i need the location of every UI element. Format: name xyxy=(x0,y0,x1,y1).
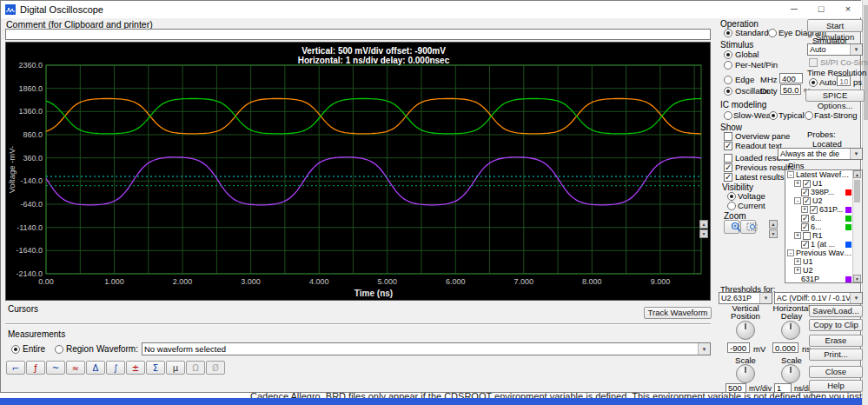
measurement-tool-11[interactable]: Ø xyxy=(206,361,225,375)
thresholds-value-select[interactable]: AC (VDiff: 0.1V / -0.1V) ▼ xyxy=(774,292,863,304)
track-waveform-button[interactable]: Track Waveform xyxy=(644,307,712,319)
spinner-up-icon[interactable]: ▲ xyxy=(769,220,778,229)
voltage-radio[interactable] xyxy=(727,192,736,201)
tree-item[interactable]: -Latest Wavefor... xyxy=(785,170,852,179)
scroll-up-icon[interactable]: ▲ xyxy=(699,220,708,229)
measurement-tool-3[interactable]: ~ xyxy=(46,361,65,375)
tree-expander-icon[interactable]: + xyxy=(794,267,801,274)
located-select[interactable]: Always at the die ▼ xyxy=(778,148,863,160)
horizontal-scale-knob[interactable] xyxy=(781,364,800,383)
horizontal-scale-input[interactable] xyxy=(774,383,792,393)
scope-scrollbar[interactable]: ▲ ▼ xyxy=(699,220,709,239)
tree-checkbox[interactable] xyxy=(801,223,809,231)
scroll-down-icon[interactable]: ▼ xyxy=(853,275,861,282)
title-bar[interactable]: Digital Oscilloscope ─ □ × xyxy=(1,1,860,18)
pins-tree-scroll-thumb[interactable] xyxy=(854,180,860,202)
tree-checkbox[interactable] xyxy=(801,241,809,249)
tree-checkbox[interactable] xyxy=(801,189,809,196)
close-button-icon[interactable]: × xyxy=(835,1,861,17)
measurement-tool-10[interactable]: Ω xyxy=(186,361,205,375)
probes-spinner[interactable]: ▲ ▼ xyxy=(769,220,779,239)
measurement-tool-4[interactable]: ≈ xyxy=(66,361,85,375)
help-button[interactable]: Help xyxy=(809,380,863,392)
measurement-tool-7[interactable]: ± xyxy=(126,361,145,375)
tree-expander-icon[interactable]: + xyxy=(794,232,801,239)
measurement-tool-5[interactable]: Δ xyxy=(86,361,105,375)
waveform-select[interactable]: No waveform selected ▼ xyxy=(142,342,711,355)
current-radio[interactable] xyxy=(727,202,736,210)
tree-item[interactable]: 398P... xyxy=(785,188,852,196)
time-resolution-auto-radio[interactable] xyxy=(809,78,818,87)
vertical-position-knob[interactable] xyxy=(736,321,755,340)
tree-expander-icon[interactable]: + xyxy=(794,180,801,187)
spice-options-button[interactable]: SPICE Options... xyxy=(805,90,865,102)
pins-tree[interactable]: -Latest Wavefor...+U1398P...-U2+631P...6… xyxy=(785,169,863,283)
edge-radio[interactable] xyxy=(724,76,732,84)
measurement-tool-6[interactable]: ∫ xyxy=(106,361,125,375)
scroll-down-icon[interactable]: ▼ xyxy=(699,229,708,238)
tree-item[interactable]: +631P... xyxy=(785,205,852,214)
measurement-tool-8[interactable]: Σ xyxy=(146,361,165,375)
zoom-region-button[interactable] xyxy=(740,220,756,234)
close-button[interactable]: Close xyxy=(809,366,863,378)
zoom-in-button[interactable] xyxy=(724,220,739,234)
tree-item[interactable]: 631P xyxy=(785,275,852,282)
slow-weak-radio[interactable] xyxy=(724,111,732,120)
horizontal-delay-input[interactable] xyxy=(772,342,798,353)
tree-expander-icon[interactable]: - xyxy=(794,197,801,204)
previous-results-checkbox[interactable] xyxy=(724,163,732,172)
simulator-select[interactable]: Auto ▼ xyxy=(807,43,863,56)
tree-expander-icon[interactable]: + xyxy=(794,258,801,265)
tree-item[interactable]: +U1 xyxy=(785,179,852,188)
global-radio[interactable] xyxy=(724,50,732,59)
tree-item[interactable]: +R1 xyxy=(785,231,852,240)
tree-checkbox[interactable] xyxy=(803,180,811,188)
tree-item[interactable]: 1 (at ... xyxy=(785,240,852,249)
measurement-tool-1[interactable]: ⌐ xyxy=(6,361,25,375)
measurement-tool-2[interactable]: ƒ xyxy=(26,361,45,375)
fast-strong-radio[interactable] xyxy=(805,111,813,120)
tree-item[interactable]: -Previous Wave... xyxy=(785,249,852,257)
save-load-button[interactable]: Save/Load... xyxy=(809,305,863,317)
mhz-input[interactable] xyxy=(779,73,803,83)
scope-plot-area[interactable]: 2360.01860.01360.0860.0360.0-140.0-640.0… xyxy=(6,43,710,302)
oscillator-radio[interactable] xyxy=(724,87,732,96)
time-resolution-input[interactable] xyxy=(837,76,851,86)
vertical-position-input[interactable] xyxy=(727,342,750,353)
loaded-results-checkbox[interactable] xyxy=(724,154,732,163)
tree-expander-icon[interactable]: - xyxy=(787,249,794,256)
tree-expander-icon[interactable]: + xyxy=(801,206,808,213)
oscilloscope-display[interactable]: 2360.01860.01360.0860.0360.0-140.0-640.0… xyxy=(5,42,711,301)
standard-radio[interactable] xyxy=(724,29,732,37)
duty-input[interactable] xyxy=(780,84,801,95)
tree-item[interactable]: -U2 xyxy=(785,196,852,205)
vertical-scale-knob[interactable] xyxy=(736,364,755,383)
scroll-up-icon[interactable]: ▲ xyxy=(853,170,861,178)
tree-item[interactable]: 6... xyxy=(785,222,852,231)
spinner-down-icon[interactable]: ▼ xyxy=(769,229,778,238)
maximize-button-icon[interactable]: □ xyxy=(808,1,834,17)
overview-pane-checkbox[interactable] xyxy=(724,132,732,141)
typical-radio[interactable] xyxy=(769,111,778,120)
comment-input[interactable] xyxy=(5,29,711,40)
tree-item[interactable]: +U2 xyxy=(785,266,852,275)
thresholds-target-select[interactable]: U2.631P ▼ xyxy=(719,292,772,304)
print-button[interactable]: Print... xyxy=(809,349,863,361)
erase-button[interactable]: Erase xyxy=(809,335,863,347)
readout-text-checkbox[interactable] xyxy=(724,142,732,150)
copy-to-clip-button[interactable]: Copy to Clip xyxy=(809,319,863,331)
eye-diagram-radio[interactable] xyxy=(768,29,777,37)
region-radio[interactable] xyxy=(55,345,63,354)
measurement-tool-9[interactable]: µ xyxy=(166,361,185,375)
minimize-button-icon[interactable]: ─ xyxy=(781,1,807,17)
sipi-cosim-checkbox[interactable] xyxy=(809,58,818,67)
tree-checkbox[interactable] xyxy=(810,206,818,214)
oscilloscope-plot[interactable]: 2360.01860.01360.0860.0360.0-140.0-640.0… xyxy=(6,43,710,300)
tree-item[interactable]: +U1 xyxy=(785,257,852,266)
tree-checkbox[interactable] xyxy=(801,215,809,222)
pins-tree-scrollbar[interactable]: ▲ ▼ xyxy=(852,170,862,282)
entire-radio[interactable] xyxy=(11,345,20,354)
start-simulation-button[interactable]: Start Simulation xyxy=(807,19,863,32)
vertical-scale-input[interactable] xyxy=(726,383,746,393)
per-net-pin-radio[interactable] xyxy=(724,61,732,70)
